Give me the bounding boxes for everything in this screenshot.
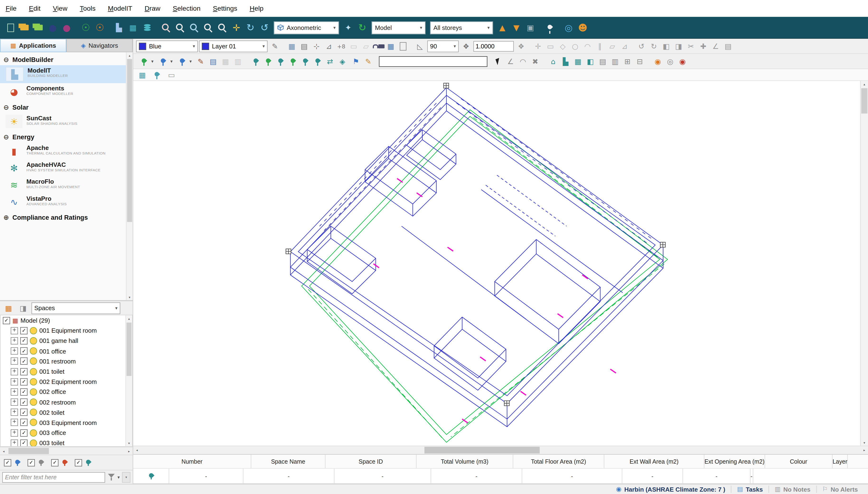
- checkbox[interactable]: ✓: [20, 327, 27, 334]
- draw-arc-icon[interactable]: ◠: [581, 41, 593, 52]
- add-icon[interactable]: ✚: [697, 41, 710, 52]
- scroll-up-button[interactable]: ▴: [127, 52, 133, 58]
- tree-scrollbar[interactable]: ▴ ▾: [125, 315, 132, 446]
- measure-tape-icon[interactable]: ◠: [517, 56, 529, 67]
- orbit-reset-icon[interactable]: ↺: [258, 20, 271, 34]
- warning-icon[interactable]: ◉: [676, 56, 688, 67]
- angle-icon[interactable]: ◺: [414, 41, 426, 52]
- tag-zone-icon[interactable]: [262, 56, 275, 67]
- sheet-icon[interactable]: [397, 41, 409, 52]
- section-energy[interactable]: ⊖ Energy: [0, 130, 126, 142]
- view-mode-select[interactable]: Axonometric ▾: [274, 21, 339, 34]
- tree-item[interactable]: + ✓ 003 Equipment room: [0, 417, 125, 428]
- menu-item[interactable]: Help: [250, 4, 263, 12]
- app-item-modelit[interactable]: ▙ ModelIT BUILDING MODELLER: [0, 65, 126, 83]
- expand-icon[interactable]: +: [11, 337, 18, 344]
- grid-off-icon[interactable]: ▦: [219, 56, 232, 67]
- plumb-line-icon[interactable]: [543, 20, 556, 34]
- storey-down-icon[interactable]: ▼: [509, 20, 523, 34]
- zoom-out-icon[interactable]: [173, 20, 187, 34]
- tree-item[interactable]: + ✓ 003 office: [0, 428, 125, 438]
- scrollbar-thumb[interactable]: [861, 88, 868, 114]
- sep[interactable]: [107, 20, 112, 34]
- layer-key-icon[interactable]: ✎: [269, 41, 281, 52]
- toggle-partitions[interactable]: ✓: [27, 458, 45, 467]
- scroll-left-button[interactable]: ◂: [0, 447, 7, 455]
- checkbox[interactable]: ✓: [20, 368, 27, 375]
- toggle-spaces[interactable]: ✓: [4, 458, 21, 467]
- expand-icon[interactable]: +: [11, 347, 18, 355]
- menu-item[interactable]: File: [6, 4, 17, 12]
- browser-mode-icon[interactable]: ▦: [2, 302, 15, 314]
- collapse-icon[interactable]: ⊖: [3, 103, 9, 111]
- menu-item[interactable]: Edit: [29, 4, 41, 12]
- scroll-down-button[interactable]: ▾: [861, 439, 868, 445]
- tag-view-icon[interactable]: [151, 69, 163, 80]
- checkbox[interactable]: ✓: [20, 398, 27, 406]
- scroll-up-button[interactable]: ▴: [861, 81, 868, 87]
- wireframe-model[interactable]: [133, 81, 860, 445]
- parallel-icon[interactable]: ∥: [593, 41, 606, 52]
- merge-spaces-icon[interactable]: ▦: [572, 56, 584, 67]
- site-icon[interactable]: ☉: [93, 20, 107, 34]
- measure-angle-icon[interactable]: ∠: [710, 41, 722, 52]
- expand-icon[interactable]: +: [11, 398, 18, 406]
- checkbox[interactable]: ✓: [20, 378, 27, 385]
- tree-item[interactable]: + ✓ 001 restroom: [0, 356, 125, 366]
- browser-mode-select[interactable]: Spaces ▾: [32, 302, 120, 314]
- expand-icon[interactable]: +: [11, 429, 18, 437]
- frame-icon[interactable]: ▭: [165, 69, 177, 80]
- apply-transform-icon[interactable]: ❖: [515, 41, 527, 52]
- place-zone-dropdown[interactable]: ▾: [155, 56, 174, 67]
- checkbox[interactable]: ✓: [4, 459, 12, 466]
- swap-tags-icon[interactable]: ⇄: [324, 56, 336, 67]
- space-table-row[interactable]: --------: [133, 468, 868, 484]
- menu-item[interactable]: Selection: [173, 4, 201, 12]
- browser-settings-icon[interactable]: ◨: [17, 302, 29, 314]
- grid-snap-icon[interactable]: ▤: [298, 41, 310, 52]
- move-vertex-icon[interactable]: ✛: [532, 41, 544, 52]
- checkbox[interactable]: ✓: [27, 459, 35, 466]
- checkbox[interactable]: ✓: [3, 317, 10, 324]
- user-profile-icon[interactable]: ☻: [575, 20, 590, 34]
- draw-rect-icon[interactable]: ▭: [544, 41, 556, 52]
- expand-icon[interactable]: +: [11, 327, 18, 334]
- sheet-2-icon[interactable]: ▤: [722, 41, 734, 52]
- tree-item[interactable]: + ✓ 002 Equipment room: [0, 377, 125, 387]
- tree-item[interactable]: + ✓ 001 toilet: [0, 366, 125, 377]
- add-storey-icon[interactable]: ▙: [560, 56, 572, 67]
- fill-half-right-icon[interactable]: ◨: [673, 41, 685, 52]
- scale-input[interactable]: [473, 41, 514, 52]
- redo-icon[interactable]: ↻: [648, 41, 660, 52]
- tag-opening-icon[interactable]: [287, 56, 299, 67]
- location-status[interactable]: ◉ Harbin (ASHRAE Climate Zone: 7 ): [610, 486, 731, 493]
- zoom-previous-icon[interactable]: [201, 20, 215, 34]
- edit-flag-icon[interactable]: ✎: [362, 56, 374, 67]
- tree-item[interactable]: + ✓ 001 Equipment room: [0, 325, 125, 336]
- scroll-right-button[interactable]: ▸: [125, 447, 133, 455]
- tree-item[interactable]: + ✓ 002 restroom: [0, 397, 125, 407]
- layer-select[interactable]: Layer 01 ▾: [199, 40, 267, 52]
- scroll-up-button[interactable]: ▴: [126, 315, 132, 322]
- scrollbar-thumb[interactable]: [127, 323, 132, 376]
- triangle-icon[interactable]: ⊿: [618, 41, 631, 52]
- tab-applications[interactable]: ▦ Applications: [0, 39, 66, 52]
- space-data-icon[interactable]: ▦: [126, 20, 140, 34]
- checkbox[interactable]: ✓: [20, 419, 27, 426]
- alerts-status[interactable]: ⚐ No Alerts: [816, 486, 864, 493]
- tree-item[interactable]: + ✓ 001 office: [0, 346, 125, 356]
- scroll-down-button[interactable]: ▾: [126, 440, 132, 446]
- zoom-extents-icon[interactable]: [215, 20, 229, 34]
- lock-icon[interactable]: [372, 41, 384, 52]
- delete-icon[interactable]: ✖: [529, 56, 542, 67]
- checkbox[interactable]: ✓: [20, 388, 27, 396]
- expand-icon[interactable]: +: [11, 358, 18, 365]
- canvas-horizontal-scrollbar[interactable]: ◂ ▸: [133, 445, 868, 454]
- orbit-icon[interactable]: ↻: [244, 20, 258, 34]
- expand-icon[interactable]: +: [11, 378, 18, 385]
- app-item-apachehvac[interactable]: ✻ ApacheHVAC HVAC SYSTEM SIMULATION INTE…: [0, 160, 126, 176]
- point-snap-icon[interactable]: ⊹: [310, 41, 323, 52]
- location-icon[interactable]: ☉: [79, 20, 93, 34]
- scroll-left-button[interactable]: ◂: [133, 446, 140, 454]
- cut-icon[interactable]: ✂: [685, 41, 697, 52]
